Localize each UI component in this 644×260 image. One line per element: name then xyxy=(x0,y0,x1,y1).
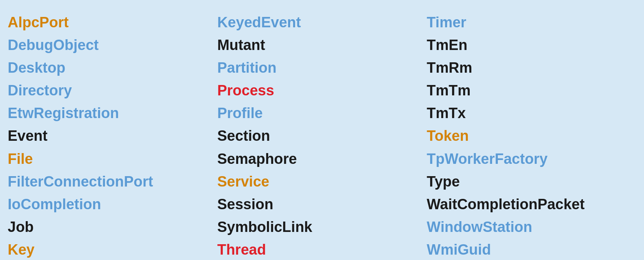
item-col2-5: Section xyxy=(217,125,427,147)
item-col1-5: Event xyxy=(8,125,217,147)
item-col3-2: TmRm xyxy=(427,57,636,79)
item-col1-0: AlpcPort xyxy=(8,12,217,33)
item-col2-10: Thread xyxy=(217,239,427,260)
item-col3-8: WaitCompletionPacket xyxy=(427,193,636,215)
item-col1-1: DebugObject xyxy=(8,34,217,56)
item-col3-10: WmiGuid xyxy=(427,239,636,260)
item-col1-9: Job xyxy=(8,216,217,238)
item-col1-4: EtwRegistration xyxy=(8,102,217,124)
item-col3-5: Token xyxy=(427,125,636,147)
item-col2-4: Profile xyxy=(217,102,427,124)
item-col2-0: KeyedEvent xyxy=(217,12,427,33)
item-col3-4: TmTx xyxy=(427,102,636,124)
item-col3-9: WindowStation xyxy=(427,216,636,238)
item-col1-8: IoCompletion xyxy=(8,193,217,215)
item-col3-6: TpWorkerFactory xyxy=(427,148,636,170)
item-col3-7: Type xyxy=(427,171,636,193)
item-col2-8: Session xyxy=(217,193,427,215)
column-col1: AlpcPortDebugObjectDesktopDirectoryEtwRe… xyxy=(8,12,217,260)
item-col2-6: Semaphore xyxy=(217,148,427,170)
item-col3-1: TmEn xyxy=(427,34,636,56)
item-col2-1: Mutant xyxy=(217,34,427,56)
item-col2-9: SymbolicLink xyxy=(217,216,427,238)
column-col3: TimerTmEnTmRmTmTmTmTxTokenTpWorkerFactor… xyxy=(427,12,636,260)
item-col1-10: Key xyxy=(8,239,217,260)
item-col2-2: Partition xyxy=(217,57,427,79)
item-col3-0: Timer xyxy=(427,12,636,33)
item-col1-7: FilterConnectionPort xyxy=(8,171,217,193)
item-col1-6: File xyxy=(8,148,217,170)
item-col2-3: Process xyxy=(217,80,427,102)
column-col2: KeyedEventMutantPartitionProcessProfileS… xyxy=(217,12,427,260)
columns-container: AlpcPortDebugObjectDesktopDirectoryEtwRe… xyxy=(8,12,636,260)
item-col2-7: Service xyxy=(217,171,427,193)
item-col1-2: Desktop xyxy=(8,57,217,79)
item-col3-3: TmTm xyxy=(427,80,636,102)
item-col1-3: Directory xyxy=(8,80,217,102)
